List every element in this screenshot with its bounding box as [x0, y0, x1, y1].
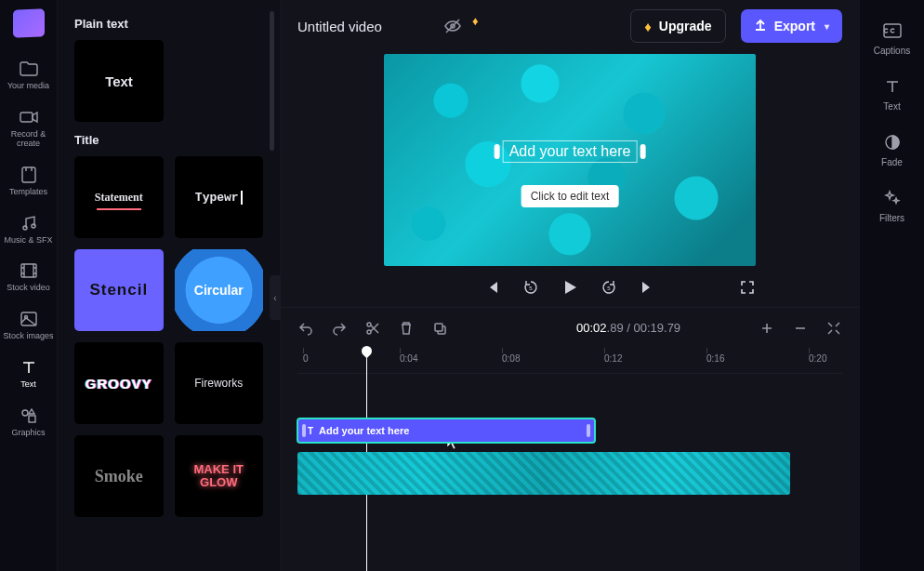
rail-your-media[interactable]: Your media: [3, 54, 55, 99]
rail-text[interactable]: Text: [3, 352, 55, 397]
ruler-tick: 0:16: [706, 353, 724, 364]
time-duration: 00:19: [633, 321, 664, 335]
split-icon[interactable]: [364, 320, 381, 337]
tile-make-it-glow[interactable]: MAKE IT GLOW: [175, 435, 264, 517]
tile-label: Typewr: [195, 191, 243, 205]
app-logo[interactable]: [13, 8, 45, 37]
ruler-tick: 0:20: [809, 353, 826, 364]
clip-trim-left[interactable]: [302, 424, 306, 437]
folder-icon: [19, 60, 39, 78]
rrail-label: Text: [883, 101, 900, 112]
captions-icon: [882, 20, 903, 41]
duplicate-icon[interactable]: [431, 320, 448, 337]
premium-indicator-icon: ♦: [472, 14, 479, 28]
tile-label: Text: [105, 73, 133, 89]
play-icon[interactable]: [561, 279, 578, 296]
tile-stencil[interactable]: Stencil: [74, 249, 164, 331]
time-duration-frac: .79: [664, 321, 680, 335]
canvas-text-element[interactable]: Add your text here: [503, 140, 638, 163]
zoom-in-icon[interactable]: [759, 320, 775, 337]
rail-templates[interactable]: Templates: [3, 160, 55, 205]
zoom-out-icon[interactable]: [792, 320, 809, 337]
rrail-fade[interactable]: Fade: [865, 125, 920, 175]
rrail-filters[interactable]: Filters: [865, 180, 920, 231]
upgrade-button[interactable]: ♦ Upgrade: [630, 9, 725, 43]
tile-circular[interactable]: Circular: [175, 249, 264, 331]
svg-rect-8: [29, 416, 35, 422]
video-clip[interactable]: [297, 452, 790, 495]
section-title-title: Title: [74, 133, 263, 147]
main-area: ‹ ♦ ♦ Upgrade Export ▾ Add your text her…: [281, 0, 859, 571]
svg-point-7: [22, 410, 28, 416]
rail-music-sfx[interactable]: Music & SFX: [3, 208, 55, 253]
shapes-icon: [19, 406, 39, 425]
text-clip[interactable]: T Add your text here: [297, 418, 595, 443]
rail-label: Record & create: [3, 130, 55, 149]
timecode: 00:02.89 / 00:19.79: [576, 321, 680, 335]
fullscreen-icon[interactable]: [739, 279, 756, 296]
panel-scrollbar[interactable]: [270, 11, 274, 151]
rail-record-create[interactable]: Record & create: [3, 102, 55, 156]
visibility-off-icon[interactable]: [442, 16, 463, 36]
resize-handle-left[interactable]: [495, 144, 500, 159]
rail-label: Stock video: [7, 284, 50, 293]
tile-label: Circular: [194, 283, 244, 298]
export-button[interactable]: Export ▾: [741, 9, 842, 43]
svg-point-2: [23, 226, 27, 230]
film-icon: [19, 261, 39, 280]
ruler-tick: 0:12: [604, 353, 622, 364]
time-sep: /: [624, 321, 634, 335]
video-title-input[interactable]: [297, 19, 428, 34]
chevron-down-icon: ▾: [825, 21, 829, 32]
zoom-fit-icon[interactable]: [825, 320, 842, 337]
section-title-plain-text: Plain text: [74, 17, 263, 31]
rail-graphics[interactable]: Graphics: [3, 401, 55, 445]
timeline-ruler[interactable]: 00:040:080:120:160:20: [297, 348, 842, 374]
timeline[interactable]: 00:040:080:120:160:20 T Add your text he…: [281, 348, 859, 571]
rrail-text[interactable]: Text: [865, 69, 920, 119]
skip-end-icon[interactable]: [640, 279, 656, 296]
tile-groovy[interactable]: GROOVY: [74, 342, 164, 424]
rewind-5-icon[interactable]: 5: [522, 279, 539, 296]
camera-icon: [19, 108, 39, 126]
svg-text:5: 5: [607, 286, 611, 291]
text-icon: [882, 76, 903, 97]
tile-typewriter[interactable]: Typewr: [175, 156, 264, 238]
tile-plain-text[interactable]: Text: [74, 40, 164, 122]
tile-label: Smoke: [95, 467, 143, 486]
delete-icon[interactable]: [398, 320, 415, 337]
tile-label: MAKE IT GLOW: [178, 463, 260, 490]
time-current: 00:02: [576, 321, 607, 335]
tile-label: Statement: [95, 191, 143, 205]
tile-statement[interactable]: Statement: [74, 156, 164, 238]
rrail-label: Fade: [881, 157, 903, 167]
forward-5-icon[interactable]: 5: [601, 279, 617, 296]
text-icon: [19, 358, 39, 377]
left-nav-rail: Your media Record & create Templates Mus…: [0, 0, 58, 571]
tile-smoke[interactable]: Smoke: [74, 435, 164, 517]
text-t-icon: T: [308, 426, 313, 436]
tile-label: GROOVY: [86, 376, 152, 392]
rail-label: Music & SFX: [4, 236, 52, 246]
edit-text-tooltip[interactable]: Click to edit text: [521, 185, 619, 207]
rrail-captions[interactable]: Captions: [865, 13, 920, 63]
rail-label: Graphics: [11, 429, 45, 438]
tile-fireworks[interactable]: Fireworks: [175, 342, 264, 424]
tracks: T Add your text here: [297, 418, 842, 495]
svg-point-13: [367, 330, 371, 334]
rail-stock-video[interactable]: Stock video: [3, 256, 55, 300]
skip-start-icon[interactable]: [483, 279, 500, 296]
rail-label: Your media: [7, 82, 49, 91]
rail-stock-images[interactable]: Stock images: [3, 304, 55, 349]
svg-text:5: 5: [529, 286, 533, 291]
svg-point-12: [367, 323, 371, 326]
redo-icon[interactable]: [331, 320, 348, 337]
rail-label: Stock images: [3, 332, 53, 341]
clip-trim-right[interactable]: [587, 424, 590, 437]
resize-handle-right[interactable]: [640, 144, 645, 159]
collapse-left-panel[interactable]: ‹: [270, 275, 281, 320]
preview-canvas[interactable]: Add your text here Click to edit text: [384, 54, 756, 266]
rail-label: Text: [20, 380, 36, 390]
undo-icon[interactable]: [297, 320, 314, 337]
upload-icon: [754, 19, 767, 34]
